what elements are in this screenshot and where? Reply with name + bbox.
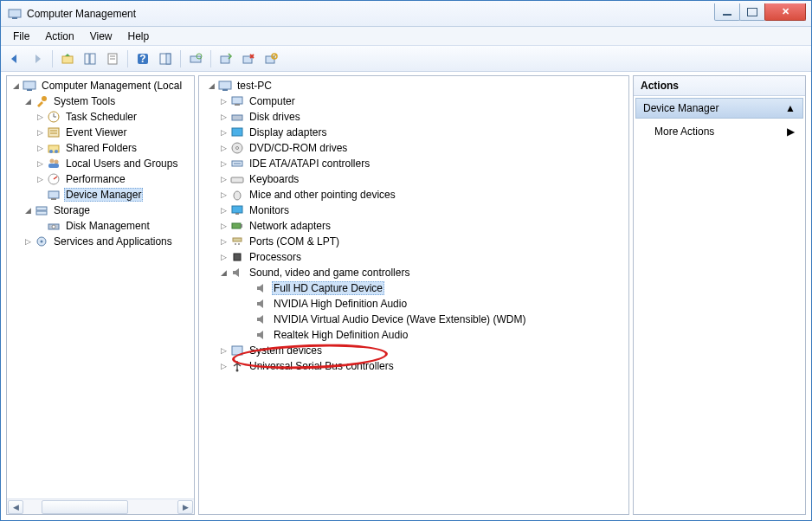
device-category-mice[interactable]: ▷ Mice and other pointing devices (199, 187, 628, 203)
device-category-dvd[interactable]: ▷ DVD/CD-ROM drives (199, 140, 628, 156)
scan-hardware-button[interactable] (185, 48, 206, 69)
expand-icon[interactable]: ▷ (218, 112, 229, 122)
expand-icon[interactable]: ▷ (218, 221, 229, 231)
expand-icon[interactable]: ▷ (218, 174, 229, 184)
menu-view[interactable]: View (83, 29, 119, 44)
tree-label: Universal Serial Bus controllers (248, 360, 396, 372)
maximize-button[interactable] (739, 3, 765, 21)
help-button[interactable]: ? (132, 48, 153, 69)
actions-section-device-manager[interactable]: Device Manager ▲ (635, 98, 803, 119)
device-category-processors[interactable]: ▷ Processors (199, 249, 628, 265)
device-category-sound[interactable]: ◢ Sound, video and game controllers (199, 265, 628, 280)
expand-icon[interactable]: ▷ (218, 96, 229, 106)
device-category-display-adapters[interactable]: ▷ Display adapters (199, 125, 628, 140)
device-category-ide[interactable]: ▷ IDE ATA/ATAPI controllers (199, 156, 628, 171)
device-category-keyboards[interactable]: ▷ Keyboards (199, 171, 628, 187)
properties-button[interactable] (102, 48, 123, 69)
tree-task-scheduler[interactable]: ▷ Task Scheduler (7, 109, 194, 125)
tree-system-tools[interactable]: ◢ System Tools (7, 93, 194, 109)
menu-file[interactable]: File (6, 29, 36, 44)
tree-root-computer-management[interactable]: ◢ Computer Management (Local (7, 78, 194, 93)
expand-icon[interactable]: ▷ (35, 112, 45, 122)
collapse-icon: ▲ (785, 102, 796, 114)
show-hide-tree-button[interactable] (80, 48, 100, 69)
device-category-network[interactable]: ▷ Network adapters (199, 218, 628, 234)
collapse-icon[interactable]: ◢ (23, 205, 33, 215)
expand-icon[interactable]: ▷ (218, 205, 229, 215)
device-category-ports[interactable]: ▷ Ports (COM & LPT) (199, 234, 628, 249)
svg-rect-25 (48, 128, 59, 137)
expand-icon[interactable]: ▷ (218, 236, 229, 247)
expand-icon[interactable]: ▷ (218, 127, 229, 138)
show-hide-action-pane-button[interactable] (155, 48, 176, 69)
up-button[interactable] (57, 48, 78, 69)
scroll-track[interactable] (24, 500, 177, 514)
device-realtek-audio[interactable]: ▷ Realtek High Definition Audio (199, 327, 628, 343)
expand-icon[interactable]: ▷ (218, 158, 229, 169)
tree-label: System Tools (52, 95, 117, 107)
toolbar-separator (52, 50, 53, 68)
tree-performance[interactable]: ▷ Performance (7, 171, 194, 187)
console-tree[interactable]: ◢ Computer Management (Local ◢ System To… (7, 76, 194, 498)
disable-button[interactable] (261, 48, 281, 69)
svg-rect-48 (232, 115, 242, 120)
expand-icon[interactable]: ▷ (218, 190, 229, 200)
close-button[interactable] (764, 3, 806, 21)
expand-icon[interactable]: ▷ (35, 158, 45, 169)
expand-icon[interactable]: ▷ (35, 127, 45, 138)
svg-point-43 (41, 241, 43, 243)
device-category-system-devices[interactable]: ▷ System devices (199, 343, 628, 358)
scroll-right-button[interactable]: ▶ (177, 500, 193, 514)
tree-device-manager[interactable]: ▷ Device Manager (7, 187, 194, 203)
menu-help[interactable]: Help (121, 29, 157, 44)
scroll-thumb[interactable] (42, 500, 128, 514)
device-nvidia-hd-audio[interactable]: ▷ NVIDIA High Definition Audio (199, 296, 628, 312)
expand-icon[interactable]: ▷ (35, 174, 45, 184)
svg-rect-57 (235, 213, 239, 215)
expand-icon[interactable]: ▷ (218, 143, 229, 153)
svg-point-62 (238, 243, 240, 245)
collapse-icon[interactable]: ◢ (206, 80, 216, 91)
device-category-disk-drives[interactable]: ▷ Disk drives (199, 109, 628, 125)
scroll-left-button[interactable]: ◀ (8, 500, 23, 514)
tree-label: DVD/CD-ROM drives (248, 142, 349, 154)
collapse-icon[interactable]: ◢ (10, 80, 21, 91)
device-category-monitors[interactable]: ▷ Monitors (199, 203, 628, 218)
svg-rect-63 (234, 254, 241, 260)
mouse-icon (230, 188, 244, 202)
minimize-button[interactable] (714, 3, 740, 21)
tree-disk-management[interactable]: ▷ Disk Management (7, 218, 194, 234)
svg-point-61 (235, 243, 236, 245)
expand-icon[interactable]: ▷ (35, 143, 45, 153)
expand-icon[interactable]: ▷ (23, 236, 33, 247)
expand-icon[interactable]: ▷ (218, 361, 229, 371)
tree-services-apps[interactable]: ▷ Services and Applications (7, 234, 194, 249)
update-driver-button[interactable] (216, 48, 236, 69)
sound-device-icon (255, 328, 268, 342)
sound-icon (230, 266, 244, 280)
device-tree-pane: ◢ test-PC ▷ Computer ▷ Disk drives (198, 75, 629, 515)
tree-storage[interactable]: ◢ Storage (7, 203, 194, 218)
tree-event-viewer[interactable]: ▷ Event Viewer (7, 125, 194, 140)
tree-shared-folders[interactable]: ▷ Shared Folders (7, 140, 194, 156)
device-nvidia-virtual-audio[interactable]: ▷ NVIDIA Virtual Audio Device (Wave Exte… (199, 312, 628, 327)
svg-rect-11 (166, 54, 171, 64)
device-tree[interactable]: ◢ test-PC ▷ Computer ▷ Disk drives (199, 76, 628, 514)
menu-action[interactable]: Action (38, 29, 81, 44)
device-full-hd-capture[interactable]: ▷ Full HD Capture Device (199, 280, 628, 296)
expand-icon[interactable]: ▷ (218, 252, 229, 262)
device-root[interactable]: ◢ test-PC (199, 78, 628, 93)
collapse-icon[interactable]: ◢ (23, 96, 33, 106)
horizontal-scrollbar[interactable]: ◀ ▶ (7, 498, 194, 514)
back-button[interactable] (4, 48, 25, 69)
uninstall-button[interactable] (238, 48, 259, 69)
tree-label: Event Viewer (64, 126, 128, 138)
forward-button[interactable] (27, 48, 48, 69)
collapse-icon[interactable]: ◢ (218, 267, 229, 278)
actions-more-actions[interactable]: More Actions ▶ (634, 120, 805, 143)
actions-item-label: More Actions (654, 125, 714, 138)
expand-icon[interactable]: ▷ (218, 345, 229, 356)
device-category-computer[interactable]: ▷ Computer (199, 93, 628, 109)
device-category-usb[interactable]: ▷ Universal Serial Bus controllers (199, 358, 628, 374)
tree-local-users[interactable]: ▷ Local Users and Groups (7, 156, 194, 171)
